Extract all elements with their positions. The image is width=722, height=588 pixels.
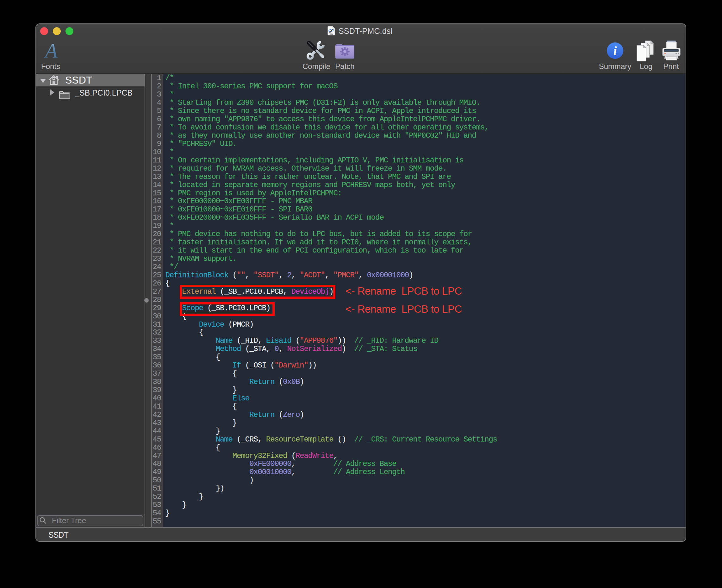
svg-text:i: i [613, 44, 617, 58]
svg-text:DSL: DSL [330, 33, 334, 35]
svg-text:A: A [44, 42, 58, 60]
